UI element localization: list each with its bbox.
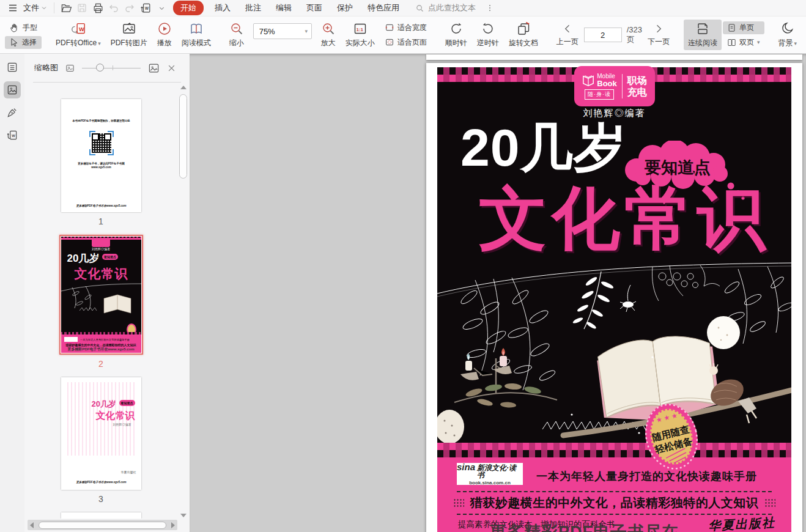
watermark-text: 更多精彩PDF电子书尽在www.xgv5.com <box>490 521 791 532</box>
next-page-button[interactable]: 下一页 <box>643 21 674 49</box>
word-translate-button[interactable]: 文 划词翻 <box>802 20 806 50</box>
hand-tool-button[interactable]: 手型 <box>5 21 42 34</box>
rotate-cw-icon <box>449 21 464 36</box>
scroll-right-arrow[interactable] <box>171 522 175 528</box>
more-options-icon[interactable] <box>482 1 498 15</box>
continuous-read-label: 连续阅读 <box>688 38 717 48</box>
actual-size-label: 实际大小 <box>346 38 375 48</box>
find-text-placeholder: 点此查找文本 <box>428 2 476 13</box>
select-tool-button[interactable]: 选择 <box>5 36 42 49</box>
tab-insert[interactable]: 插入 <box>207 1 238 15</box>
document-view[interactable]: Mobile Book 随·身·读 职场 充电 刘艳辉◎编著 <box>190 54 806 532</box>
cover-title-bubble: 要知道点 <box>644 158 711 177</box>
scroll-left-arrow[interactable] <box>30 522 34 528</box>
file-menu-label: 文件 <box>23 2 39 13</box>
rotate-document-button[interactable]: 旋转文档 <box>505 20 542 50</box>
actual-size-icon: 1:1 <box>353 21 368 36</box>
horizontal-scroll-thumb[interactable] <box>39 522 166 529</box>
book-cover: Mobile Book 随·身·读 职场 充电 刘艳辉◎编著 <box>437 67 791 532</box>
thumbnail-size-slider[interactable] <box>82 63 141 73</box>
mobilebook-badge: Mobile Book 随·身·读 职场 充电 <box>574 66 655 106</box>
toolbar-options-chevron-icon[interactable] <box>153 1 169 15</box>
play-button[interactable]: 播放 <box>153 20 176 50</box>
scroll-down-arrow[interactable] <box>180 514 187 517</box>
annotation-panel-button[interactable] <box>4 104 21 121</box>
fit-width-icon <box>385 23 394 32</box>
small-thumbnail-icon[interactable] <box>65 64 75 73</box>
hand-icon <box>9 23 20 33</box>
page-2[interactable]: Mobile Book 随·身·读 职场 充电 刘艳辉◎编著 <box>426 63 802 532</box>
play-icon <box>157 21 172 36</box>
tab-protect[interactable]: 保护 <box>330 1 360 15</box>
rotate-ccw-icon <box>481 21 495 36</box>
tab-edit[interactable]: 编辑 <box>268 1 299 15</box>
tab-home[interactable]: 开始 <box>173 1 204 15</box>
find-text-box[interactable]: 点此查找文本 <box>415 2 476 13</box>
undo-icon[interactable] <box>106 1 122 15</box>
thumbnail-label-3: 3 <box>98 494 103 504</box>
panel-horizontal-scrollbar[interactable] <box>28 520 177 530</box>
fit-width-button[interactable]: 适合宽度 <box>380 21 431 34</box>
pdf-to-office-icon: W <box>70 21 86 36</box>
logo-right-2: 充电 <box>627 86 647 98</box>
rotate-counterclockwise-button[interactable]: 逆时针 <box>473 20 503 50</box>
slider-knob[interactable] <box>96 64 104 72</box>
chevron-down-icon: ▾ <box>301 28 311 34</box>
page-number-input[interactable] <box>584 28 622 42</box>
single-page-label: 单页 <box>739 23 754 33</box>
save-icon[interactable] <box>74 1 90 15</box>
single-page-button[interactable]: 单页 <box>723 21 764 34</box>
redo-icon[interactable] <box>122 1 138 15</box>
continuous-read-icon <box>695 21 710 36</box>
panel-vertical-scrollbar[interactable] <box>179 86 188 517</box>
zoom-out-button[interactable]: 缩小 <box>225 20 248 50</box>
thumbnail-page-4-partial[interactable] <box>61 512 141 519</box>
svg-text:W: W <box>144 6 148 10</box>
mini-title-main: 文化常识 <box>75 265 141 283</box>
pdf-to-image-button[interactable]: PDF转图片 <box>106 20 152 50</box>
hamburger-menu-icon[interactable] <box>5 1 21 15</box>
qr-code <box>89 131 114 155</box>
svg-text:W: W <box>79 26 84 32</box>
close-panel-icon[interactable] <box>167 64 176 73</box>
large-thumbnail-icon[interactable] <box>148 62 160 74</box>
previous-page-button[interactable]: 上一页 <box>552 21 583 49</box>
background-button[interactable]: 背景▾ <box>774 20 802 50</box>
thumbnail-page-1[interactable]: 本书由PDF电子书网整理制作，转载请注明出处 更多精彩电子书，请访问PDF电子书… <box>61 99 141 212</box>
open-file-icon[interactable] <box>58 1 74 15</box>
export-word-icon[interactable]: W <box>138 1 153 15</box>
fit-page-icon <box>385 37 394 47</box>
thumbnail-page-2-selected[interactable]: 刘艳辉◎编著 20几岁 要知道点 文化常识 <box>59 235 143 355</box>
thumbnail-page-3[interactable]: 20几岁 要知道点 文化常识 刘艳辉◎编著 华夏出版社 更多精彩PDF电子书尽在… <box>61 377 141 490</box>
panel-title: 缩略图 <box>34 62 58 73</box>
tab-special-apps[interactable]: 特色应用 <box>360 1 407 15</box>
read-mode-button[interactable]: 阅读模式 <box>177 20 215 50</box>
double-page-button[interactable]: 双页 ▾ <box>723 36 764 49</box>
rotate-clockwise-button[interactable]: 顺时针 <box>441 20 471 50</box>
mini-title-bubble: 要知道点 <box>102 254 118 260</box>
continuous-read-button[interactable]: 连续阅读 <box>684 20 722 50</box>
mini3-publisher: 华夏出版社 <box>121 470 136 474</box>
tab-annotate[interactable]: 批注 <box>238 1 268 15</box>
sina-url: book.sina.com.cn <box>469 481 511 486</box>
toolbar: 手型 选择 W PDF转Office▾ PDF转图片 播放 阅读模式 <box>0 17 806 54</box>
file-menu[interactable]: 文件 <box>21 2 50 13</box>
cover-title-age: 20几岁 <box>460 121 627 174</box>
actual-size-button[interactable]: 1:1 实际大小 <box>341 20 379 50</box>
fit-page-button[interactable]: 适合页面 <box>380 36 431 49</box>
zoom-level-select[interactable]: 75% ▾ <box>253 23 312 39</box>
fit-page-label: 适合页面 <box>397 37 427 48</box>
scroll-up-arrow[interactable] <box>180 86 187 89</box>
print-icon[interactable] <box>90 1 106 15</box>
zoom-in-button[interactable]: 放大 <box>317 20 340 50</box>
bookmarks-panel-button[interactable] <box>4 59 21 76</box>
svg-text:1:1: 1:1 <box>356 27 363 32</box>
zoom-in-label: 放大 <box>321 38 336 48</box>
pdf-to-office-button[interactable]: W PDF转Office▾ <box>51 20 105 50</box>
logo-subtitle: 随·身·读 <box>585 89 614 100</box>
page1-notice-mid2: www.xgv5.com <box>65 165 137 168</box>
thumbnails-panel-button[interactable] <box>4 81 21 98</box>
vertical-scroll-thumb[interactable] <box>179 94 187 179</box>
tab-page[interactable]: 页面 <box>299 1 330 15</box>
export-panel-button[interactable]: W <box>4 127 21 144</box>
